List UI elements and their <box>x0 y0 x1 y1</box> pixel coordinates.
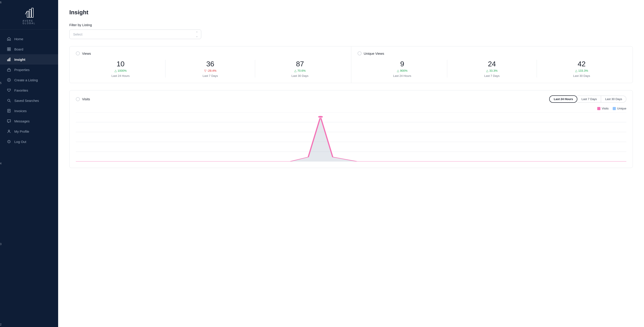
views-30d-change-text: 70.6% <box>298 69 306 72</box>
logo-text: AVEREGLOBAL <box>22 20 36 24</box>
logo-area: AVEREGLOBAL <box>0 0 58 30</box>
unique-views-radio[interactable] <box>358 51 362 55</box>
board-icon <box>7 47 11 51</box>
invoices-icon <box>7 109 11 113</box>
unique-views-30d-change-text: 133.3% <box>578 69 588 72</box>
messages-icon <box>7 119 11 123</box>
svg-point-14 <box>8 130 10 131</box>
unique-views-stats-inner: 9 △ 900% Last 24 Hours 24 △ 33.3% Last 7… <box>358 60 626 77</box>
sidebar-item-insight-label: Insight <box>14 58 25 61</box>
sidebar-item-log-out-label: Log Out <box>14 140 26 144</box>
unique-views-24h-change: △ 900% <box>360 69 445 72</box>
chart-inner-wrapper <box>76 112 626 161</box>
svg-rect-10 <box>8 69 10 71</box>
unique-views-7d: 24 △ 33.3% Last 7 Days <box>447 60 537 77</box>
views-24h-value: 10 <box>78 60 163 68</box>
sidebar-item-board[interactable]: Board <box>0 44 58 54</box>
svg-rect-2 <box>32 8 33 17</box>
sidebar-item-board-label: Board <box>14 47 23 51</box>
views-24h-change-text: 1000% <box>118 69 126 72</box>
time-filter-group: Last 24 Hours Last 7 Days Last 30 Days <box>549 95 626 103</box>
visits-section: Visits Last 24 Hours Last 7 Days Last 30… <box>69 90 633 168</box>
unique-views-title: Unique Views <box>364 52 384 55</box>
down-arrow-icon-7d-views: ▽ <box>204 69 206 72</box>
views-radio[interactable] <box>76 51 80 55</box>
unique-views-section: Unique Views 9 △ 900% Last 24 Hours 24 △… <box>351 46 633 83</box>
unique-views-30d-change: △ 133.3% <box>539 69 624 72</box>
sidebar-item-insight[interactable]: Insight <box>0 54 58 64</box>
sidebar-item-saved-searches[interactable]: Saved Searches <box>0 95 58 106</box>
legend-unique: Unique <box>613 107 626 110</box>
sidebar-item-messages[interactable]: Messages <box>0 116 58 126</box>
insight-icon <box>7 57 11 62</box>
visits-title: Visits <box>82 97 90 101</box>
main-content: Insight Filter by Listing Select ⌃⌄ View… <box>58 0 644 327</box>
views-30d-period: Last 30 Days <box>258 74 342 77</box>
unique-views-24h-value: 9 <box>360 60 445 68</box>
chart-wrapper: 6 5 4 3 2 <box>76 112 626 161</box>
unique-views-header: Unique Views <box>358 51 626 55</box>
legend-visits-box <box>597 107 600 110</box>
up-arrow-icon-30d-unique: △ <box>575 69 577 72</box>
log-out-icon <box>7 139 11 144</box>
sidebar-item-messages-label: Messages <box>14 119 30 123</box>
saved-searches-icon <box>7 98 11 103</box>
svg-rect-7 <box>8 60 8 61</box>
home-icon <box>7 37 11 41</box>
sidebar-item-saved-searches-label: Saved Searches <box>14 99 39 102</box>
up-arrow-icon-24h-views: △ <box>114 69 117 72</box>
avere-logo-icon <box>23 6 35 18</box>
svg-rect-4 <box>9 47 10 49</box>
views-7d-change-text: -29.4% <box>207 69 216 72</box>
views-24h-period: Last 24 Hours <box>78 74 163 77</box>
page-title: Insight <box>69 9 633 16</box>
svg-rect-9 <box>10 58 10 61</box>
sidebar-item-invoices-label: Invoices <box>14 109 26 113</box>
up-arrow-icon-24h-unique: △ <box>397 69 399 72</box>
sidebar-item-invoices[interactable]: Invoices <box>0 106 58 116</box>
sidebar: AVEREGLOBAL Home Board Insight <box>0 0 58 327</box>
svg-rect-8 <box>8 59 9 61</box>
svg-point-23 <box>318 116 324 118</box>
views-title: Views <box>82 52 91 55</box>
unique-views-7d-change-text: 33.3% <box>489 69 498 72</box>
sidebar-item-favorites-label: Favorites <box>14 88 28 92</box>
sidebar-item-my-profile[interactable]: My Profile <box>0 126 58 136</box>
up-arrow-icon-7d-unique: △ <box>486 69 488 72</box>
unique-views-30d-period: Last 30 Days <box>539 74 624 77</box>
unique-views-7d-change: △ 33.3% <box>450 69 534 72</box>
time-filter-7d[interactable]: Last 7 Days <box>577 96 601 102</box>
unique-views-30d: 42 △ 133.3% Last 30 Days <box>537 60 626 77</box>
views-7d-change: ▽ -29.4% <box>168 69 253 72</box>
sidebar-item-favorites[interactable]: Favorites <box>0 85 58 95</box>
favorites-icon <box>7 88 11 92</box>
filter-label: Filter by Listing <box>69 23 633 27</box>
sidebar-item-my-profile-label: My Profile <box>14 130 29 133</box>
sidebar-item-properties-label: Properties <box>14 68 30 72</box>
filter-select-wrapper: Select ⌃⌄ <box>69 29 201 39</box>
unique-views-7d-period: Last 7 Days <box>450 74 534 77</box>
svg-rect-6 <box>9 49 10 51</box>
svg-rect-1 <box>29 9 31 17</box>
chart-legend: Visits Unique <box>76 107 626 110</box>
views-section: Views 10 △ 1000% Last 24 Hours 36 ▽ -29.… <box>70 46 351 83</box>
time-filter-24h[interactable]: Last 24 Hours <box>549 95 577 103</box>
stats-row: Views 10 △ 1000% Last 24 Hours 36 ▽ -29.… <box>69 46 633 83</box>
views-7d-value: 36 <box>168 60 253 68</box>
svg-point-16 <box>9 142 9 143</box>
legend-visits: Visits <box>597 107 609 110</box>
visits-radio[interactable] <box>76 97 80 101</box>
views-30d-value: 87 <box>258 60 342 68</box>
unique-views-24h: 9 △ 900% Last 24 Hours <box>358 60 447 77</box>
legend-visits-label: Visits <box>602 107 609 110</box>
sidebar-item-create-listing-label: Create a Listing <box>14 78 38 82</box>
sidebar-item-log-out[interactable]: Log Out <box>0 136 58 147</box>
visits-title-area: Visits <box>76 97 90 101</box>
sidebar-item-properties[interactable]: Properties <box>0 64 58 75</box>
time-filter-30d[interactable]: Last 30 Days <box>601 96 626 102</box>
views-30d-change: △ 70.6% <box>258 69 342 72</box>
sidebar-item-home[interactable]: Home <box>0 34 58 44</box>
sidebar-item-create-listing[interactable]: Create a Listing <box>0 75 58 85</box>
listing-filter-select[interactable]: Select <box>69 29 201 39</box>
svg-rect-3 <box>8 47 9 49</box>
